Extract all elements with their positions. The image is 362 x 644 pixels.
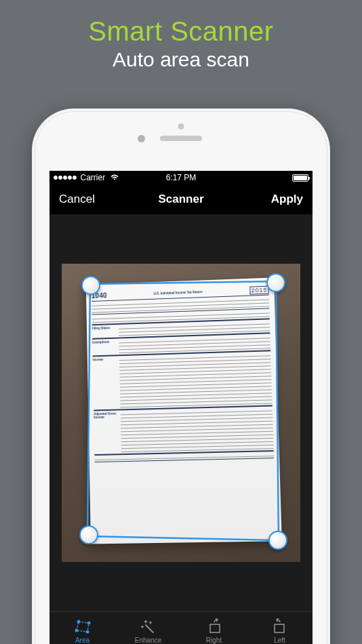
- phone-device-frame: Carrier 6:17 PM Cancel Scanner Apply: [32, 108, 330, 644]
- tool-right-label: Right: [206, 637, 222, 644]
- svg-rect-8: [275, 624, 284, 632]
- svg-point-4: [87, 622, 90, 625]
- svg-rect-7: [210, 624, 220, 632]
- tool-enhance[interactable]: Enhance: [115, 612, 181, 644]
- rotate-left-icon: [271, 618, 289, 635]
- status-right: [292, 174, 308, 182]
- scanned-document: 1040 U.S. Individual Income Tax Return 2…: [86, 277, 282, 544]
- svg-point-5: [85, 630, 89, 634]
- scan-viewport: 1040 U.S. Individual Income Tax Return 2…: [49, 214, 313, 611]
- tool-rotate-right[interactable]: Right: [181, 612, 247, 644]
- tool-rotate-left[interactable]: Left: [247, 612, 313, 644]
- status-left: Carrier: [54, 173, 119, 182]
- status-time: 6:17 PM: [166, 173, 197, 182]
- navigation-bar: Cancel Scanner Apply: [49, 184, 313, 214]
- form-number: 1040: [92, 291, 107, 300]
- wifi-icon: [110, 173, 119, 182]
- promo-subtitle: Auto area scan: [0, 48, 362, 71]
- svg-point-2: [75, 629, 78, 632]
- magic-wand-icon: [140, 618, 157, 635]
- phone-camera: [138, 135, 145, 142]
- signal-strength-icon: [54, 176, 77, 180]
- section-income: Income: [93, 357, 121, 408]
- phone-screen: Carrier 6:17 PM Cancel Scanner Apply: [49, 171, 313, 644]
- promo-title: Smart Scanner: [0, 16, 362, 47]
- svg-point-3: [77, 620, 80, 624]
- svg-line-6: [146, 625, 153, 632]
- battery-icon: [292, 174, 308, 182]
- tool-area-label: Area: [75, 637, 89, 644]
- form-title: U.S. Individual Income Tax Return: [154, 290, 203, 296]
- section-adjusted: Adjusted Gross Income: [94, 411, 121, 453]
- tool-left-label: Left: [274, 637, 285, 644]
- screen-title: Scanner: [158, 193, 203, 206]
- rotate-right-icon: [205, 618, 223, 635]
- section-filing: Filing Status: [92, 326, 119, 337]
- status-bar: Carrier 6:17 PM: [49, 171, 313, 184]
- phone-sensor: [178, 123, 184, 129]
- apply-button[interactable]: Apply: [256, 193, 303, 206]
- phone-speaker: [160, 136, 202, 141]
- form-year: 2015: [249, 286, 268, 294]
- camera-preview[interactable]: 1040 U.S. Individual Income Tax Return 2…: [62, 264, 300, 562]
- promo-header: Smart Scanner Auto area scan: [0, 0, 362, 71]
- bottom-toolbar: Area Enhance: [49, 611, 313, 644]
- carrier-label: Carrier: [81, 173, 106, 182]
- area-icon: [74, 618, 92, 635]
- tool-enhance-label: Enhance: [135, 637, 161, 644]
- cancel-button[interactable]: Cancel: [59, 193, 106, 206]
- tool-area[interactable]: Area: [49, 612, 115, 644]
- section-exemptions: Exemptions: [92, 340, 119, 355]
